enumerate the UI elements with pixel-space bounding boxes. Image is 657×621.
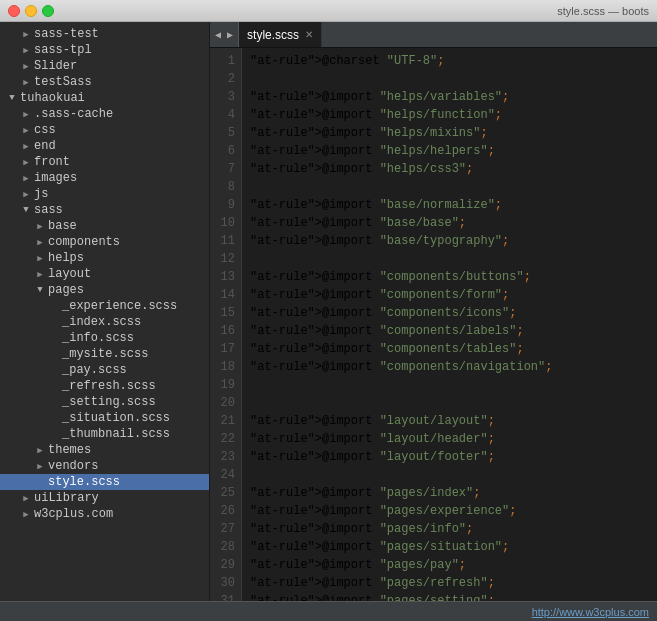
line-number: 3: [210, 88, 241, 106]
sidebar-item-end[interactable]: ▶end: [0, 138, 209, 154]
code-line: "at-rule">@import "layout/header";: [250, 430, 649, 448]
tab-style-scss[interactable]: style.scss ✕: [239, 22, 322, 47]
item-label: _situation.scss: [60, 411, 170, 425]
item-label: _mysite.scss: [60, 347, 148, 361]
sidebar-item-components[interactable]: ▶components: [0, 234, 209, 250]
maximize-button[interactable]: [42, 5, 54, 17]
item-label: uiLibrary: [32, 491, 99, 505]
tab-bar: ◀ ▶ style.scss ✕: [210, 22, 657, 48]
sidebar-item-_thumbnail.scss[interactable]: _thumbnail.scss: [0, 426, 209, 442]
status-bar: http://www.w3cplus.com: [0, 601, 657, 621]
sidebar-item-tuhaokuai[interactable]: ▼tuhaokuai: [0, 90, 209, 106]
code-line: "at-rule">@import "layout/layout";: [250, 412, 649, 430]
code-line: "at-rule">@import "components/buttons";: [250, 268, 649, 286]
line-number: 16: [210, 322, 241, 340]
line-number: 1: [210, 52, 241, 70]
folder-closed-icon: ▶: [20, 188, 32, 200]
sidebar-item-vendors[interactable]: ▶vendors: [0, 458, 209, 474]
code-line: "at-rule">@import "helps/mixins";: [250, 124, 649, 142]
file-spacer: [48, 316, 60, 328]
sidebar-item-base[interactable]: ▶base: [0, 218, 209, 234]
item-label: _pay.scss: [60, 363, 127, 377]
sidebar-item-uiLibrary[interactable]: ▶uiLibrary: [0, 490, 209, 506]
tab-prev-icon[interactable]: ◀: [212, 29, 224, 41]
code-line: "at-rule">@import "base/typography";: [250, 232, 649, 250]
line-number: 24: [210, 466, 241, 484]
sidebar-item-_pay.scss[interactable]: _pay.scss: [0, 362, 209, 378]
sidebar-item-_index.scss[interactable]: _index.scss: [0, 314, 209, 330]
status-url[interactable]: http://www.w3cplus.com: [532, 606, 649, 618]
close-icon[interactable]: ✕: [305, 29, 313, 40]
sidebar-item-js[interactable]: ▶js: [0, 186, 209, 202]
folder-closed-icon: ▶: [34, 236, 46, 248]
close-button[interactable]: [8, 5, 20, 17]
file-spacer: [48, 412, 60, 424]
sidebar-item-css[interactable]: ▶css: [0, 122, 209, 138]
sidebar-item-sass-cache[interactable]: ▶.sass-cache: [0, 106, 209, 122]
folder-closed-icon: ▶: [20, 156, 32, 168]
line-number: 11: [210, 232, 241, 250]
sidebar-item-sass-test[interactable]: ▶sass-test: [0, 26, 209, 42]
folder-closed-icon: ▶: [20, 60, 32, 72]
file-spacer: [48, 380, 60, 392]
file-spacer: [34, 476, 46, 488]
line-number: 23: [210, 448, 241, 466]
tab-navigation[interactable]: ◀ ▶: [210, 22, 239, 47]
code-view[interactable]: 1234567891011121314151617181920212223242…: [210, 48, 657, 601]
file-spacer: [48, 428, 60, 440]
folder-closed-icon: ▶: [20, 140, 32, 152]
line-number: 20: [210, 394, 241, 412]
file-spacer: [48, 396, 60, 408]
item-label: style.scss: [46, 475, 120, 489]
code-content: "at-rule">@charset "UTF-8"; "at-rule">@i…: [242, 48, 657, 601]
sidebar-item-_setting.scss[interactable]: _setting.scss: [0, 394, 209, 410]
item-label: layout: [46, 267, 91, 281]
sidebar-item-_refresh.scss[interactable]: _refresh.scss: [0, 378, 209, 394]
file-spacer: [48, 332, 60, 344]
sidebar-item-pages[interactable]: ▼pages: [0, 282, 209, 298]
sidebar-item-images[interactable]: ▶images: [0, 170, 209, 186]
line-number: 25: [210, 484, 241, 502]
sidebar-item-_situation.scss[interactable]: _situation.scss: [0, 410, 209, 426]
item-label: _refresh.scss: [60, 379, 156, 393]
sidebar-item-_info.scss[interactable]: _info.scss: [0, 330, 209, 346]
code-line: "at-rule">@import "pages/pay";: [250, 556, 649, 574]
line-number: 29: [210, 556, 241, 574]
sidebar-item-helps[interactable]: ▶helps: [0, 250, 209, 266]
item-label: _info.scss: [60, 331, 134, 345]
folder-closed-icon: ▶: [20, 172, 32, 184]
code-line: [250, 376, 649, 394]
sidebar-item-_experience.scss[interactable]: _experience.scss: [0, 298, 209, 314]
line-number: 8: [210, 178, 241, 196]
line-number: 22: [210, 430, 241, 448]
line-number: 13: [210, 268, 241, 286]
sidebar-item-style.scss[interactable]: style.scss: [0, 474, 209, 490]
item-label: sass-tpl: [32, 43, 92, 57]
folder-closed-icon: ▶: [34, 220, 46, 232]
line-number: 7: [210, 160, 241, 178]
sidebar-item-front[interactable]: ▶front: [0, 154, 209, 170]
sidebar-item-Slider[interactable]: ▶Slider: [0, 58, 209, 74]
sidebar-item-sass-tpl[interactable]: ▶sass-tpl: [0, 42, 209, 58]
code-line: "at-rule">@import "base/base";: [250, 214, 649, 232]
editor-area: ◀ ▶ style.scss ✕ 12345678910111213141516…: [210, 22, 657, 601]
sidebar-item-themes[interactable]: ▶themes: [0, 442, 209, 458]
folder-closed-icon: ▶: [20, 108, 32, 120]
code-line: "at-rule">@import "components/labels";: [250, 322, 649, 340]
sidebar-item-w3cplus.com[interactable]: ▶w3cplus.com: [0, 506, 209, 522]
tab-label: style.scss: [247, 28, 299, 42]
minimize-button[interactable]: [25, 5, 37, 17]
item-label: css: [32, 123, 56, 137]
code-line: "at-rule">@import "components/tables";: [250, 340, 649, 358]
item-label: w3cplus.com: [32, 507, 113, 521]
tab-next-icon[interactable]: ▶: [224, 29, 236, 41]
line-number: 27: [210, 520, 241, 538]
item-label: tuhaokuai: [18, 91, 85, 105]
sidebar-item-sass[interactable]: ▼sass: [0, 202, 209, 218]
code-line: [250, 70, 649, 88]
sidebar-item-testSass[interactable]: ▶testSass: [0, 74, 209, 90]
sidebar-item-layout[interactable]: ▶layout: [0, 266, 209, 282]
code-line: "at-rule">@charset "UTF-8";: [250, 52, 649, 70]
line-number: 10: [210, 214, 241, 232]
sidebar-item-_mysite.scss[interactable]: _mysite.scss: [0, 346, 209, 362]
